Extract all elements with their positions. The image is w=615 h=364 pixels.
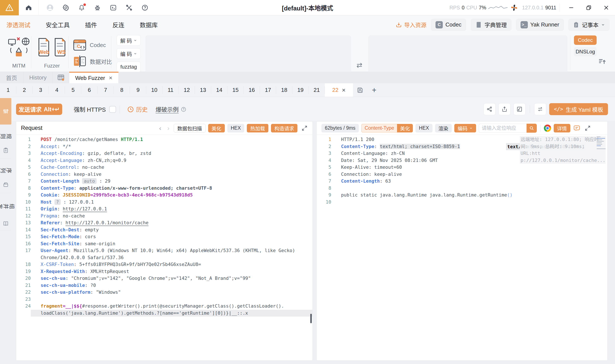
bug-report-button[interactable] bbox=[94, 4, 101, 12]
restore-button[interactable] bbox=[580, 0, 598, 15]
request-editor[interactable]: 1POST /monitor/cache/getNames HTTP/1.12A… bbox=[16, 135, 313, 360]
menu-security-tools[interactable]: 安全工具 bbox=[46, 21, 70, 29]
open-in-browser-button[interactable] bbox=[544, 125, 551, 132]
history-link[interactable]: 历史 bbox=[127, 104, 148, 115]
side-tab-config[interactable] bbox=[0, 98, 11, 125]
export-button[interactable] bbox=[498, 103, 510, 115]
dnslog-panel-tab[interactable]: DNSLog bbox=[574, 47, 597, 56]
console-button[interactable] bbox=[109, 4, 117, 12]
share-button[interactable] bbox=[484, 103, 496, 115]
fuzzer-tab-21[interactable]: 21 bbox=[309, 83, 325, 97]
hot-reload-button[interactable]: 热加载 bbox=[247, 124, 268, 132]
tab-history[interactable]: History bbox=[23, 72, 53, 83]
fuzzer-tab-9[interactable]: 9 bbox=[130, 83, 146, 97]
fuzzer-tab-3[interactable]: 3 bbox=[32, 83, 49, 97]
hex-button[interactable]: HEX bbox=[227, 124, 244, 132]
fuzzer-tab-22[interactable]: 22× bbox=[325, 83, 353, 97]
feedback-button[interactable] bbox=[573, 124, 581, 132]
yakit-logo[interactable] bbox=[0, 0, 19, 15]
swap-io-button[interactable] bbox=[355, 61, 364, 70]
menu-database[interactable]: 数据库 bbox=[140, 21, 158, 29]
fuzzer-tab-8[interactable]: 8 bbox=[114, 83, 130, 97]
minimize-button[interactable] bbox=[563, 0, 580, 15]
mitm-tool[interactable]: MITM bbox=[8, 36, 30, 69]
fuzzer-tab-19[interactable]: 19 bbox=[292, 83, 309, 97]
beautify-button[interactable]: 美化 bbox=[208, 124, 225, 132]
side-tab-sequence[interactable]: 序列 bbox=[0, 159, 11, 193]
data-compare-shortcut[interactable]: 数据对比 bbox=[73, 55, 112, 67]
fuzzer-tab-16[interactable]: 16 bbox=[244, 83, 260, 97]
fuzzer-tab-14[interactable]: 14 bbox=[211, 83, 227, 97]
help-button[interactable] bbox=[141, 4, 149, 12]
fuzzer-tab-6[interactable]: 6 bbox=[81, 83, 97, 97]
prev-request-button[interactable]: ‹ bbox=[157, 125, 163, 132]
add-fuzzer-tab-button[interactable]: + bbox=[367, 83, 381, 97]
fuzzer-tab-5[interactable]: 5 bbox=[65, 83, 81, 97]
fuzzer-tool[interactable]: Web WS Fuzzer bbox=[38, 36, 66, 69]
notifications-button[interactable] bbox=[78, 4, 85, 12]
close-button[interactable] bbox=[598, 0, 615, 15]
fuzzer-tab-2[interactable]: 2 bbox=[16, 83, 32, 97]
fuzzer-tab-15[interactable]: 15 bbox=[227, 83, 244, 97]
send-request-button[interactable]: 发送请求 Alt+↵ bbox=[16, 104, 62, 115]
fuzzer-tab-1[interactable]: 1 bbox=[0, 83, 16, 97]
swap-view-button[interactable] bbox=[534, 103, 546, 115]
codec-panel-tab[interactable]: Codec bbox=[574, 36, 597, 45]
next-request-button[interactable]: › bbox=[166, 125, 171, 132]
save-fuzzer-tab-button[interactable] bbox=[353, 83, 367, 97]
pinwheel-icon[interactable] bbox=[510, 4, 518, 12]
notepad-button[interactable]: 记事本 bbox=[568, 19, 609, 31]
codec-shortcut[interactable]: C 010 11 Codec bbox=[73, 39, 106, 51]
encode-dropdown[interactable]: 编码 bbox=[454, 124, 476, 132]
close-tab-icon[interactable]: × bbox=[109, 75, 112, 81]
fuzztag-button[interactable]: fuzztag bbox=[117, 62, 141, 72]
codec-tool-button[interactable]: C Codec bbox=[431, 19, 466, 31]
side-tab-concurrent-group[interactable]: 组并发 bbox=[0, 193, 11, 231]
settings-button[interactable] bbox=[62, 4, 70, 12]
encode-dropdown[interactable]: 编 码 bbox=[117, 48, 141, 59]
decode-dropdown[interactable]: 解 码 bbox=[117, 35, 141, 46]
tab-history-table-button[interactable] bbox=[53, 72, 69, 83]
render-button[interactable]: 渲染 bbox=[435, 124, 452, 132]
fuzzer-tab-17[interactable]: 17 bbox=[260, 83, 276, 97]
fuzzer-tab-13[interactable]: 13 bbox=[195, 83, 211, 97]
blast-example-link[interactable]: 爆破示例 bbox=[156, 104, 186, 115]
construct-request-button[interactable]: 构造请求 bbox=[271, 124, 298, 132]
tab-web-fuzzer[interactable]: Web Fuzzer × bbox=[69, 72, 118, 83]
tools-button[interactable] bbox=[125, 4, 133, 12]
yak-runner-button[interactable]: >_ Yak Runner bbox=[516, 19, 564, 31]
packet-scan-button[interactable]: 数据包扫描 bbox=[174, 124, 206, 132]
tab-home[interactable]: 首页 bbox=[0, 72, 23, 83]
fuzzer-tab-11[interactable]: 11 bbox=[162, 83, 179, 97]
close-tab-icon[interactable]: × bbox=[342, 87, 346, 94]
fuzzer-tab-10[interactable]: 10 bbox=[146, 83, 162, 97]
menu-reverse[interactable]: 反连 bbox=[112, 21, 124, 29]
search-input[interactable] bbox=[479, 124, 526, 133]
fuzzer-tab-4[interactable]: 4 bbox=[49, 83, 65, 97]
hex-button[interactable]: HEX bbox=[415, 124, 432, 132]
detail-button[interactable]: 详情 bbox=[554, 124, 570, 132]
scrollbar-thumb[interactable] bbox=[310, 314, 312, 323]
fuzzer-tab-7[interactable]: 7 bbox=[97, 83, 114, 97]
import-resource-link[interactable]: 导入资源 bbox=[395, 21, 426, 29]
search-button[interactable] bbox=[526, 124, 537, 133]
home-button[interactable] bbox=[19, 0, 39, 15]
generate-yaml-button[interactable]: </> 生成 Yaml 模板 bbox=[549, 103, 608, 115]
editor-minimap[interactable] bbox=[597, 136, 606, 149]
response-editor[interactable]: 1HTTP/1.1 2002Content-Type: text/html; c… bbox=[317, 135, 607, 360]
fullscreen-button[interactable] bbox=[584, 125, 591, 131]
fuzzer-tab-12[interactable]: 12 bbox=[179, 83, 195, 97]
fullscreen-button[interactable] bbox=[301, 125, 308, 131]
user-avatar[interactable] bbox=[46, 4, 54, 12]
fuzzer-tab-18[interactable]: 18 bbox=[276, 83, 292, 97]
menu-pentest[interactable]: 渗透测试 bbox=[6, 21, 30, 29]
content-type-badge[interactable]: Content-Type bbox=[361, 124, 397, 132]
side-tab-rules[interactable]: 规则 bbox=[0, 125, 11, 159]
menu-plugins[interactable]: 插件 bbox=[85, 21, 97, 29]
edit-button[interactable] bbox=[513, 103, 525, 115]
beautify-button[interactable]: 美化 bbox=[397, 124, 413, 132]
force-https-checkbox[interactable] bbox=[109, 106, 116, 113]
dictionary-button[interactable]: 字典管理 bbox=[471, 19, 511, 31]
content-type-beautify-group[interactable]: Content-Type 美化 bbox=[361, 124, 413, 132]
collapse-list-button[interactable] bbox=[598, 57, 607, 66]
